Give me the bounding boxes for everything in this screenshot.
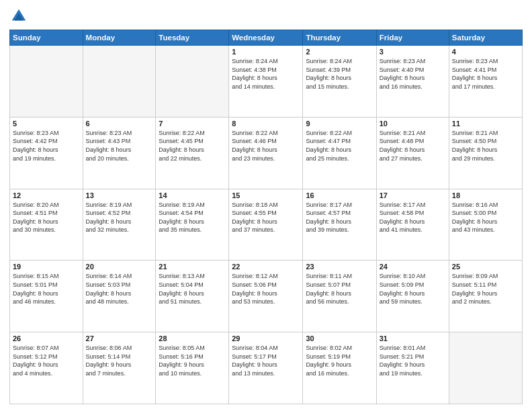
week-row-3: 19Sunrise: 8:15 AM Sunset: 5:01 PM Dayli… bbox=[10, 261, 523, 332]
day-number: 6 bbox=[86, 120, 153, 128]
day-info: Sunrise: 8:11 AM Sunset: 5:07 PM Dayligh… bbox=[306, 272, 373, 306]
day-number: 4 bbox=[452, 48, 519, 56]
day-info: Sunrise: 8:22 AM Sunset: 4:45 PM Dayligh… bbox=[159, 129, 226, 163]
day-number: 23 bbox=[306, 263, 373, 271]
day-cell: 3Sunrise: 8:23 AM Sunset: 4:40 PM Daylig… bbox=[376, 46, 449, 118]
day-info: Sunrise: 8:12 AM Sunset: 5:06 PM Dayligh… bbox=[232, 272, 300, 306]
day-cell: 24Sunrise: 8:10 AM Sunset: 5:09 PM Dayli… bbox=[376, 261, 449, 332]
day-info: Sunrise: 8:17 AM Sunset: 4:57 PM Dayligh… bbox=[306, 201, 373, 234]
header-friday: Friday bbox=[376, 30, 449, 46]
day-cell: 12Sunrise: 8:20 AM Sunset: 4:51 PM Dayli… bbox=[10, 189, 83, 261]
day-info: Sunrise: 8:15 AM Sunset: 5:01 PM Dayligh… bbox=[13, 272, 80, 306]
day-number: 26 bbox=[13, 334, 80, 342]
header-saturday: Saturday bbox=[449, 30, 522, 46]
day-cell: 31Sunrise: 8:01 AM Sunset: 5:21 PM Dayli… bbox=[376, 332, 449, 404]
day-cell: 19Sunrise: 8:15 AM Sunset: 5:01 PM Dayli… bbox=[10, 261, 83, 332]
day-info: Sunrise: 8:07 AM Sunset: 5:12 PM Dayligh… bbox=[13, 344, 80, 377]
calendar-body: 1Sunrise: 8:24 AM Sunset: 4:38 PM Daylig… bbox=[10, 46, 523, 404]
day-info: Sunrise: 8:24 AM Sunset: 4:39 PM Dayligh… bbox=[306, 57, 373, 91]
day-number: 17 bbox=[380, 191, 446, 199]
calendar-header: Sunday Monday Tuesday Wednesday Thursday… bbox=[10, 30, 523, 46]
day-cell: 22Sunrise: 8:12 AM Sunset: 5:06 PM Dayli… bbox=[229, 261, 303, 332]
day-info: Sunrise: 8:20 AM Sunset: 4:51 PM Dayligh… bbox=[13, 201, 80, 234]
header-thursday: Thursday bbox=[303, 30, 376, 46]
day-info: Sunrise: 8:22 AM Sunset: 4:46 PM Dayligh… bbox=[232, 129, 300, 163]
day-cell: 1Sunrise: 8:24 AM Sunset: 4:38 PM Daylig… bbox=[229, 46, 303, 118]
day-number: 30 bbox=[306, 334, 373, 342]
day-number: 29 bbox=[232, 334, 300, 342]
day-cell: 8Sunrise: 8:22 AM Sunset: 4:46 PM Daylig… bbox=[229, 117, 303, 189]
header-monday: Monday bbox=[83, 30, 156, 46]
day-cell: 26Sunrise: 8:07 AM Sunset: 5:12 PM Dayli… bbox=[10, 332, 83, 404]
day-info: Sunrise: 8:10 AM Sunset: 5:09 PM Dayligh… bbox=[380, 272, 446, 306]
day-number: 24 bbox=[380, 263, 446, 271]
day-cell: 14Sunrise: 8:19 AM Sunset: 4:54 PM Dayli… bbox=[156, 189, 229, 261]
day-cell: 18Sunrise: 8:16 AM Sunset: 5:00 PM Dayli… bbox=[449, 189, 522, 261]
day-cell: 16Sunrise: 8:17 AM Sunset: 4:57 PM Dayli… bbox=[303, 189, 376, 261]
week-row-2: 12Sunrise: 8:20 AM Sunset: 4:51 PM Dayli… bbox=[10, 189, 523, 261]
week-row-0: 1Sunrise: 8:24 AM Sunset: 4:38 PM Daylig… bbox=[10, 46, 523, 118]
day-number: 31 bbox=[380, 334, 446, 342]
day-cell: 23Sunrise: 8:11 AM Sunset: 5:07 PM Dayli… bbox=[303, 261, 376, 332]
day-number: 1 bbox=[232, 48, 300, 56]
day-info: Sunrise: 8:23 AM Sunset: 4:43 PM Dayligh… bbox=[86, 129, 153, 163]
day-cell bbox=[449, 332, 522, 404]
day-info: Sunrise: 8:04 AM Sunset: 5:17 PM Dayligh… bbox=[232, 344, 300, 377]
header-row: Sunday Monday Tuesday Wednesday Thursday… bbox=[10, 30, 523, 46]
day-cell: 30Sunrise: 8:02 AM Sunset: 5:19 PM Dayli… bbox=[303, 332, 376, 404]
day-cell: 2Sunrise: 8:24 AM Sunset: 4:39 PM Daylig… bbox=[303, 46, 376, 118]
day-number: 15 bbox=[232, 191, 300, 199]
page-container: Sunday Monday Tuesday Wednesday Thursday… bbox=[0, 0, 532, 411]
day-info: Sunrise: 8:01 AM Sunset: 5:21 PM Dayligh… bbox=[380, 344, 446, 377]
day-cell: 21Sunrise: 8:13 AM Sunset: 5:04 PM Dayli… bbox=[156, 261, 229, 332]
day-cell bbox=[156, 46, 229, 118]
day-cell: 7Sunrise: 8:22 AM Sunset: 4:45 PM Daylig… bbox=[156, 117, 229, 189]
day-info: Sunrise: 8:14 AM Sunset: 5:03 PM Dayligh… bbox=[86, 272, 153, 306]
day-cell: 4Sunrise: 8:23 AM Sunset: 4:41 PM Daylig… bbox=[449, 46, 522, 118]
day-number: 13 bbox=[86, 191, 153, 199]
day-cell: 29Sunrise: 8:04 AM Sunset: 5:17 PM Dayli… bbox=[229, 332, 303, 404]
day-cell: 25Sunrise: 8:09 AM Sunset: 5:11 PM Dayli… bbox=[449, 261, 522, 332]
week-row-4: 26Sunrise: 8:07 AM Sunset: 5:12 PM Dayli… bbox=[10, 332, 523, 404]
day-number: 27 bbox=[86, 334, 153, 342]
week-row-1: 5Sunrise: 8:23 AM Sunset: 4:42 PM Daylig… bbox=[10, 117, 523, 189]
day-info: Sunrise: 8:21 AM Sunset: 4:50 PM Dayligh… bbox=[452, 129, 519, 163]
day-info: Sunrise: 8:06 AM Sunset: 5:14 PM Dayligh… bbox=[86, 344, 153, 377]
day-number: 20 bbox=[86, 263, 153, 271]
day-number: 16 bbox=[306, 191, 373, 199]
header-tuesday: Tuesday bbox=[156, 30, 229, 46]
day-info: Sunrise: 8:24 AM Sunset: 4:38 PM Dayligh… bbox=[232, 57, 300, 91]
day-info: Sunrise: 8:21 AM Sunset: 4:48 PM Dayligh… bbox=[380, 129, 446, 163]
day-info: Sunrise: 8:19 AM Sunset: 4:54 PM Dayligh… bbox=[159, 201, 226, 234]
day-cell: 11Sunrise: 8:21 AM Sunset: 4:50 PM Dayli… bbox=[449, 117, 522, 189]
logo bbox=[9, 7, 31, 26]
day-number: 10 bbox=[380, 120, 446, 128]
day-info: Sunrise: 8:23 AM Sunset: 4:40 PM Dayligh… bbox=[380, 57, 446, 91]
day-cell: 27Sunrise: 8:06 AM Sunset: 5:14 PM Dayli… bbox=[83, 332, 156, 404]
day-number: 9 bbox=[306, 120, 373, 128]
day-number: 22 bbox=[232, 263, 300, 271]
day-cell: 5Sunrise: 8:23 AM Sunset: 4:42 PM Daylig… bbox=[10, 117, 83, 189]
day-info: Sunrise: 8:05 AM Sunset: 5:16 PM Dayligh… bbox=[159, 344, 226, 377]
day-cell: 17Sunrise: 8:17 AM Sunset: 4:58 PM Dayli… bbox=[376, 189, 449, 261]
day-cell: 28Sunrise: 8:05 AM Sunset: 5:16 PM Dayli… bbox=[156, 332, 229, 404]
day-info: Sunrise: 8:23 AM Sunset: 4:42 PM Dayligh… bbox=[13, 129, 80, 163]
day-number: 8 bbox=[232, 120, 300, 128]
day-number: 12 bbox=[13, 191, 80, 199]
day-number: 28 bbox=[159, 334, 226, 342]
day-number: 11 bbox=[452, 120, 519, 128]
day-cell: 6Sunrise: 8:23 AM Sunset: 4:43 PM Daylig… bbox=[83, 117, 156, 189]
day-number: 19 bbox=[13, 263, 80, 271]
day-number: 14 bbox=[159, 191, 226, 199]
day-info: Sunrise: 8:23 AM Sunset: 4:41 PM Dayligh… bbox=[452, 57, 519, 91]
day-info: Sunrise: 8:18 AM Sunset: 4:55 PM Dayligh… bbox=[232, 201, 300, 234]
day-number: 25 bbox=[452, 263, 519, 271]
day-number: 2 bbox=[306, 48, 373, 56]
day-cell: 15Sunrise: 8:18 AM Sunset: 4:55 PM Dayli… bbox=[229, 189, 303, 261]
logo-icon bbox=[9, 7, 28, 26]
day-cell bbox=[10, 46, 83, 118]
day-number: 7 bbox=[159, 120, 226, 128]
day-info: Sunrise: 8:16 AM Sunset: 5:00 PM Dayligh… bbox=[452, 201, 519, 234]
day-info: Sunrise: 8:19 AM Sunset: 4:52 PM Dayligh… bbox=[86, 201, 153, 234]
day-number: 5 bbox=[13, 120, 80, 128]
